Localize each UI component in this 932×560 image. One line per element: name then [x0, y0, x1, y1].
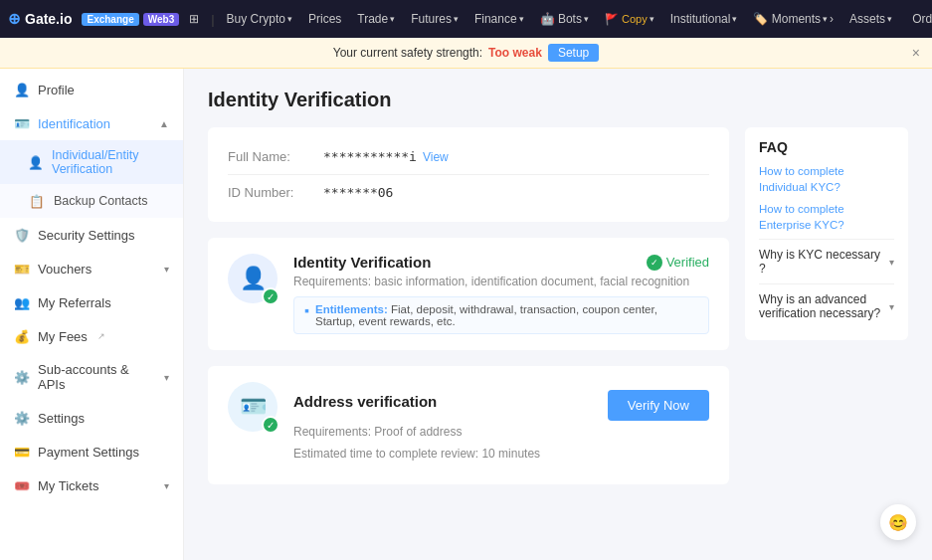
main-content: Identity Verification Full Name: *******… [184, 69, 932, 560]
sidebar-item-referrals[interactable]: 👥 My Referrals [0, 285, 183, 319]
grid-menu-icon[interactable]: ⊞ [183, 12, 205, 26]
top-navigation: ⊕ Gate.io Exchange Web3 ⊞ | Buy Crypto ▾… [0, 0, 932, 38]
logo-text: Gate.io [25, 11, 72, 27]
full-name-row: Full Name: ***********i View [228, 143, 709, 170]
address-estimated-time: Estimated time to complete review: 10 mi… [293, 447, 709, 461]
sidebar-item-payment[interactable]: 💳 Payment Settings [0, 435, 183, 468]
tickets-icon: 🎟️ [14, 477, 30, 493]
security-icon: 🛡️ [14, 227, 30, 243]
buy-crypto-nav[interactable]: Buy Crypto ▾ [221, 12, 298, 26]
address-doc-icon: 🪪 [240, 394, 267, 420]
sidebar-label-backup-contacts: Backup Contacts [54, 194, 148, 208]
bots-nav[interactable]: 🤖 Bots ▾ [534, 12, 595, 26]
id-number-row: ID Number: *******06 [228, 179, 709, 206]
identity-verif-status: ✓ Verified [647, 255, 709, 271]
order-nav[interactable]: Order ▾ [906, 12, 932, 26]
sidebar-label-subaccounts: Sub-accounts & APIs [38, 362, 156, 392]
verified-label: Verified [666, 255, 709, 270]
nav-right: Assets ▾ Order ▾ 👤 ⬇ 🔔 🔍 ☰ [843, 8, 932, 30]
identity-requirements: Requirements: basic information, identif… [293, 275, 709, 288]
setup-button[interactable]: Setup [548, 44, 599, 62]
exchange-badge[interactable]: Exchange [82, 13, 138, 26]
moments-nav[interactable]: 🏷️ Moments ▾ › [747, 12, 839, 26]
verified-check-icon: ✓ [647, 255, 662, 271]
sidebar-label-individual-verif: Individual/Entity Verification [52, 148, 169, 176]
content-with-right: Full Name: ***********i View ID Number: … [208, 127, 908, 500]
sidebar-label-settings: Settings [38, 411, 85, 426]
subaccounts-chevron: ▾ [164, 372, 169, 383]
payment-icon: 💳 [14, 444, 30, 460]
assets-nav[interactable]: Assets ▾ [843, 12, 898, 26]
chat-button[interactable]: 😊 [880, 504, 916, 540]
sidebar-item-vouchers[interactable]: 🎫 Vouchers ▾ [0, 252, 183, 285]
address-requirements: Requirements: Proof of address [293, 425, 709, 439]
sidebar-label-profile: Profile [38, 83, 75, 97]
sidebar-label-security: Security Settings [38, 228, 135, 243]
external-link-icon: ↗ [97, 331, 105, 341]
sidebar-label-identification: Identification [38, 116, 110, 131]
identity-verif-content: Identity Verification ✓ Verified Require… [293, 254, 709, 334]
address-icon-wrap: 🪪 ✓ [228, 382, 278, 432]
identity-verif-card: 👤 ✓ Identity Verification ✓ Verified Req… [208, 238, 729, 350]
entitle-bullet-icon: ▪ [304, 303, 309, 317]
individual-verif-icon: 👤 [28, 153, 44, 171]
faq-chevron-1: ▾ [889, 257, 894, 268]
right-faq-panel: FAQ How to complete Individual KYC? How … [729, 127, 908, 500]
sidebar-item-fees[interactable]: 💰 My Fees ↗ [0, 319, 183, 353]
sidebar-label-referrals: My Referrals [38, 295, 111, 310]
address-title-row: Address verification Verify Now [293, 382, 709, 421]
alert-close-button[interactable]: × [912, 45, 920, 61]
content-main: Full Name: ***********i View ID Number: … [208, 127, 729, 500]
prices-nav[interactable]: Prices [302, 12, 347, 26]
sidebar-item-subaccounts[interactable]: ⚙️ Sub-accounts & APIs ▾ [0, 353, 183, 401]
entitlements-label: Entitlements: [315, 303, 388, 315]
identification-icon: 🪪 [14, 115, 30, 131]
sidebar-item-security[interactable]: 🛡️ Security Settings [0, 218, 183, 252]
sidebar-label-fees: My Fees [38, 329, 88, 344]
sidebar-item-tickets[interactable]: 🎟️ My Tickets ▾ [0, 468, 183, 502]
sidebar-item-identification[interactable]: 🪪 Identification ▲ [0, 106, 183, 140]
web3-badge[interactable]: Web3 [143, 13, 180, 26]
identity-title-row: Identity Verification ✓ Verified [293, 254, 709, 271]
identity-user-icon: 👤 [240, 266, 267, 291]
vouchers-chevron: ▾ [164, 264, 169, 275]
logo[interactable]: ⊕ Gate.io [8, 10, 72, 28]
sidebar-item-backup-contacts[interactable]: 📋 Backup Contacts [0, 184, 183, 218]
address-verif-content: Address verification Verify Now Requirem… [293, 382, 709, 468]
futures-nav[interactable]: Futures ▾ [405, 12, 465, 26]
profile-icon: 👤 [14, 82, 30, 97]
address-verif-card: 🪪 ✓ Address verification Verify Now Requ… [208, 366, 729, 484]
sidebar-item-individual-verif[interactable]: 👤 Individual/Entity Verification [0, 140, 183, 184]
alert-text: Your current safety strength: [333, 46, 482, 60]
sidebar-label-vouchers: Vouchers [38, 262, 92, 277]
address-check-icon: ✓ [262, 416, 280, 434]
institutional-nav[interactable]: Institutional ▾ [664, 12, 744, 26]
faq-question-2-text: Why is an advanced verification necessar… [759, 292, 889, 320]
faq-question-1[interactable]: Why is KYC necessary ? ▾ [759, 239, 894, 283]
sidebar-item-settings[interactable]: ⚙️ Settings [0, 401, 183, 435]
address-verif-title: Address verification [293, 393, 437, 410]
page-title: Identity Verification [208, 89, 908, 111]
subaccounts-icon: ⚙️ [14, 369, 30, 385]
sidebar: 👤 Profile 🪪 Identification ▲ 👤 Individua… [0, 69, 184, 560]
main-layout: 👤 Profile 🪪 Identification ▲ 👤 Individua… [0, 69, 932, 560]
sidebar-item-profile[interactable]: 👤 Profile [0, 73, 183, 106]
identity-icon-wrap: 👤 ✓ [228, 254, 278, 303]
faq-question-2[interactable]: Why is an advanced verification necessar… [759, 283, 894, 328]
faq-title: FAQ [759, 139, 894, 155]
finance-nav[interactable]: Finance ▾ [468, 12, 530, 26]
sidebar-label-tickets: My Tickets [38, 478, 98, 493]
copy-nav[interactable]: 🚩 Copy ▾ [599, 13, 660, 26]
faq-link-enterprise[interactable]: How to complete Enterprise KYC? [759, 201, 894, 233]
fees-icon: 💰 [14, 328, 30, 344]
faq-link-individual[interactable]: How to complete Individual KYC? [759, 163, 894, 195]
backup-contacts-icon: 📋 [28, 192, 46, 210]
trade-nav[interactable]: Trade ▾ [351, 12, 401, 26]
verify-now-button[interactable]: Verify Now [608, 390, 709, 421]
full-name-value: ***********i [323, 149, 417, 164]
faq-section: FAQ How to complete Individual KYC? How … [745, 127, 908, 340]
info-divider [228, 174, 709, 175]
sidebar-label-payment: Payment Settings [38, 445, 139, 460]
sidebar-sub-menu: 👤 Individual/Entity Verification 📋 Backu… [0, 140, 183, 218]
view-link[interactable]: View [423, 150, 449, 164]
